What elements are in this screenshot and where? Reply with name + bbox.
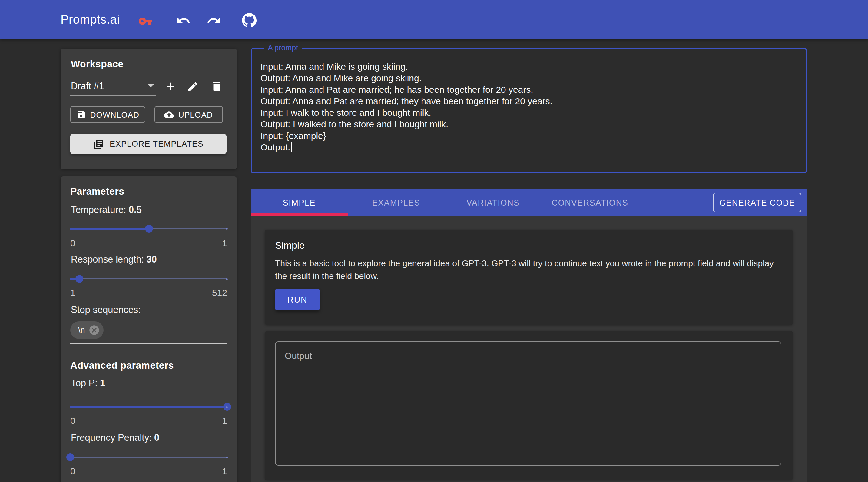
advanced-parameters-heading: Advanced parameters — [70, 360, 174, 371]
response-length-slider-thumb[interactable] — [75, 275, 83, 283]
tab-examples[interactable]: EXAMPLES — [348, 189, 444, 216]
active-tab-indicator — [251, 214, 348, 216]
workspace-card: Workspace Draft #1 DOWNLOAD UPLOAD EXPLO… — [61, 49, 237, 169]
github-icon[interactable] — [242, 13, 256, 27]
add-workspace-button[interactable] — [164, 80, 177, 93]
frequency-penalty-minmax: 01 — [70, 465, 227, 476]
draft-select[interactable]: Draft #1 — [70, 78, 156, 96]
temperature-min: 0 — [70, 238, 75, 248]
stop-sequences-underline — [70, 343, 227, 344]
download-button-label: DOWNLOAD — [90, 110, 140, 119]
response-length-max: 512 — [212, 287, 227, 298]
tab-variations[interactable]: VARIATIONS — [444, 189, 541, 216]
simple-card-title: Simple — [275, 240, 305, 251]
stop-sequence-chip-text: \n — [78, 325, 85, 335]
library-books-icon — [93, 139, 104, 149]
explore-templates-label: EXPLORE TEMPLATES — [110, 139, 204, 148]
frequency-penalty-label: Frequency Penalty:0 — [71, 432, 159, 443]
prompt-textarea[interactable]: A prompt Input: Anna and Mike is going s… — [251, 48, 807, 173]
temperature-slider-thumb[interactable] — [145, 225, 153, 232]
workspace-heading: Workspace — [71, 59, 124, 70]
simple-card-description: This is a basic tool to explore the gene… — [275, 257, 787, 283]
stop-sequences-label: Stop sequences: — [71, 304, 141, 315]
frequency-penalty-slider[interactable] — [70, 457, 227, 458]
response-length-label: Response length:30 — [71, 254, 157, 265]
dropdown-caret-icon — [148, 84, 154, 87]
output-card: Output — [265, 331, 793, 480]
save-icon — [76, 110, 86, 119]
temperature-value: 0.5 — [129, 204, 142, 215]
download-button[interactable]: DOWNLOAD — [70, 106, 145, 123]
explore-templates-button[interactable]: EXPLORE TEMPLATES — [70, 134, 226, 154]
draft-select-value: Draft #1 — [71, 81, 104, 91]
tab-simple[interactable]: SIMPLE — [251, 189, 348, 216]
prompt-legend: A prompt — [264, 44, 302, 52]
frequency-penalty-min: 0 — [70, 465, 75, 476]
top-p-slider[interactable] — [70, 406, 227, 407]
tab-conversations[interactable]: CONVERSATIONS — [541, 189, 639, 216]
run-button[interactable]: RUN — [275, 289, 320, 310]
app-title: Prompts.ai — [61, 13, 120, 27]
top-p-label: Top P:1 — [71, 378, 105, 389]
cancel-icon[interactable] — [89, 324, 100, 336]
tab-panel: Simple This is a basic tool to explore t… — [251, 216, 807, 482]
edit-pencil-icon[interactable] — [187, 81, 199, 93]
mode-tabbar: SIMPLE EXAMPLES VARIATIONS CONVERSATIONS… — [251, 189, 807, 216]
top-p-max: 1 — [222, 415, 227, 426]
api-key-icon[interactable] — [138, 14, 153, 28]
cloud-upload-icon — [164, 110, 174, 119]
top-p-min: 0 — [70, 415, 75, 426]
generate-code-button[interactable]: GENERATE CODE — [713, 193, 801, 212]
response-length-value: 30 — [146, 254, 157, 264]
response-length-slider[interactable] — [70, 278, 227, 280]
app-root: Prompts.ai Workspace Draft #1 — [0, 0, 868, 482]
top-p-minmax: 01 — [70, 415, 227, 426]
simple-card: Simple This is a basic tool to explore t… — [265, 230, 793, 325]
frequency-penalty-max: 1 — [222, 465, 227, 476]
top-navbar: Prompts.ai — [0, 0, 868, 39]
response-length-min: 1 — [70, 287, 75, 298]
upload-button-label: UPLOAD — [178, 110, 213, 119]
frequency-penalty-slider-thumb[interactable] — [66, 453, 74, 461]
frequency-penalty-value: 0 — [154, 432, 159, 443]
delete-trash-icon[interactable] — [210, 80, 223, 93]
undo-icon[interactable] — [176, 13, 191, 28]
temperature-max: 1 — [222, 238, 227, 248]
temperature-label: Temperature:0.5 — [71, 204, 142, 215]
temperature-minmax: 01 — [70, 238, 227, 248]
output-field-label: Output — [285, 350, 312, 361]
response-length-minmax: 1512 — [70, 287, 227, 298]
output-field: Output — [275, 341, 781, 465]
parameters-heading: Parameters — [70, 186, 124, 197]
stop-sequence-chip[interactable]: \n — [70, 321, 104, 339]
top-p-value: 1 — [100, 378, 105, 388]
prompt-text: Input: Anna and Mike is going skiing. Ou… — [260, 61, 797, 153]
redo-icon[interactable] — [207, 13, 221, 28]
parameters-card: Parameters Temperature:0.5 01 Response l… — [61, 176, 237, 482]
text-cursor — [291, 142, 292, 151]
temperature-slider[interactable] — [70, 228, 227, 229]
upload-button[interactable]: UPLOAD — [154, 106, 223, 123]
